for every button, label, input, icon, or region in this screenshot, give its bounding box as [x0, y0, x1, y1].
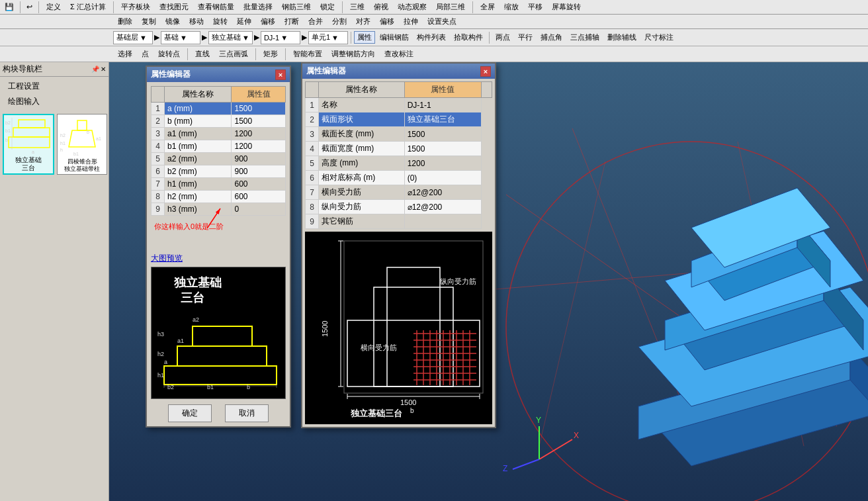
toolbar-btn-attr[interactable]: 属性 [354, 31, 375, 44]
attr-dialog-close[interactable]: × [480, 66, 491, 77]
sidebar-card-2[interactable]: h2 h1 h b1 b a1 四棱锥合形独立基础带柱 [57, 114, 107, 175]
toolbar-btn-top[interactable]: 俯视 [370, 1, 392, 13]
toolbar-btn-mirror[interactable]: 镜像 [162, 15, 183, 28]
toolbar-btn-point[interactable]: 点 [138, 48, 152, 60]
toolbar-btn-grip[interactable]: 设置夹点 [424, 15, 460, 28]
toolbar-btn-flat[interactable]: 平齐板块 [118, 1, 153, 13]
toolbar-icon-undo[interactable]: ↩ [24, 2, 34, 12]
toolbar-btn-component-list[interactable]: 构件列表 [413, 31, 449, 44]
toolbar-btn-two-pt[interactable]: 两点 [492, 31, 513, 44]
dropdown-type[interactable]: 基础▼ [161, 31, 200, 44]
toolbar-btn-check-dim[interactable]: 查改标注 [381, 48, 417, 60]
main-table-row[interactable]: 2 b (mm) 1500 [152, 115, 286, 128]
attr-row-value[interactable] [404, 214, 481, 229]
main-dialog-close[interactable]: × [275, 69, 286, 80]
row-value[interactable]: 0 [232, 203, 286, 216]
toolbar-btn-lock[interactable]: 锁定 [317, 1, 338, 13]
row-value[interactable]: 1500 [232, 103, 286, 115]
toolbar-btn-rebar[interactable]: 查看钢筋量 [195, 1, 238, 13]
attr-table-row[interactable]: 7 横向受力筋 ⌀12@200 [306, 185, 492, 200]
sidebar-nav-draw[interactable]: 绘图输入 [3, 95, 106, 109]
sidebar-close-icon[interactable]: ✕ [101, 66, 106, 73]
toolbar-btn-break[interactable]: 打断 [281, 15, 302, 28]
sidebar-nav-project[interactable]: 工程设置 [3, 79, 106, 93]
dropdown-id[interactable]: DJ-1▼ [261, 31, 300, 44]
toolbar-btn-dynamic[interactable]: 动态观察 [394, 1, 430, 13]
toolbar-btn-move[interactable]: 移动 [186, 15, 207, 28]
main-table-row[interactable]: 8 h2 (mm) 600 [152, 191, 286, 203]
toolbar-btn-line[interactable]: 直线 [192, 48, 213, 60]
main-table-row[interactable]: 1 a (mm) 1500 [152, 103, 286, 115]
attr-row-value[interactable]: ⌀12@200 [404, 185, 481, 200]
toolbar-btn-rotate[interactable]: 屏幕旋转 [548, 1, 584, 13]
toolbar-btn-zoom[interactable]: 缩放 [501, 1, 522, 13]
toolbar-btn-parallel[interactable]: 平行 [515, 31, 536, 44]
dropdown-element[interactable]: 独立基础▼ [208, 31, 253, 44]
toolbar-btn-extend[interactable]: 延伸 [234, 15, 255, 28]
toolbar-icon-save[interactable]: 💾 [3, 2, 16, 12]
attr-row-value[interactable]: 1500 [404, 142, 481, 156]
main-table-row[interactable]: 7 h1 (mm) 600 [152, 178, 286, 191]
toolbar-btn-offset2[interactable]: 偏移 [376, 15, 398, 28]
main-table-row[interactable]: 3 a1 (mm) 1200 [152, 128, 286, 140]
attr-table-row[interactable]: 4 截面宽度 (mm) 1500 [306, 142, 492, 156]
attr-row-value[interactable]: (0) [404, 171, 481, 185]
toolbar-btn-rotate-pt[interactable]: 旋转点 [155, 48, 183, 60]
attr-table-row[interactable]: 3 截面长度 (mm) 1500 [306, 127, 492, 142]
toolbar-btn-merge[interactable]: 合并 [305, 15, 326, 28]
cancel-button[interactable]: 取消 [225, 404, 269, 422]
main-table-row[interactable]: 9 h3 (mm) 0 [152, 203, 286, 216]
ok-button[interactable]: 确定 [168, 404, 212, 422]
toolbar-btn-pick[interactable]: 拾取构件 [451, 31, 486, 44]
toolbar-btn-split[interactable]: 分割 [329, 15, 350, 28]
toolbar-btn-select[interactable]: 选择 [114, 48, 136, 60]
sidebar-card-1[interactable]: b2 b1 b a 独立基础三台 [3, 114, 54, 175]
attr-table-row[interactable]: 8 纵向受力筋 ⌀12@200 [306, 200, 492, 214]
main-table-row[interactable]: 4 b1 (mm) 1200 [152, 140, 286, 153]
row-value[interactable]: 600 [232, 191, 286, 203]
dropdown-unit[interactable]: 单元1▼ [308, 31, 348, 44]
attr-table-row[interactable]: 6 相对底标高 (m) (0) [306, 171, 492, 185]
toolbar-btn-delete[interactable]: 删除 [114, 15, 136, 28]
toolbar-btn-rebar3d[interactable]: 钢筋三维 [279, 1, 314, 13]
toolbar-btn-offset[interactable]: 偏移 [257, 15, 279, 28]
attr-row-value[interactable]: DJ-1-1 [404, 98, 481, 113]
row-value[interactable]: 900 [232, 165, 286, 178]
toolbar-btn-del-aux[interactable]: 删除辅线 [604, 31, 640, 44]
toolbar-btn-pan[interactable]: 平移 [525, 1, 546, 13]
toolbar-btn-edit-rebar[interactable]: 编辑钢筋 [376, 31, 412, 44]
toolbar-btn-3pt-axis[interactable]: 三点捕轴 [567, 31, 603, 44]
toolbar-btn-smart[interactable]: 智能布置 [290, 48, 326, 60]
toolbar-btn-batch[interactable]: 批量选择 [240, 1, 276, 13]
attr-row-value[interactable]: 1200 [404, 156, 481, 171]
row-value[interactable]: 1500 [232, 115, 286, 128]
toolbar-btn-sum[interactable]: Σ 汇总计算 [67, 1, 109, 13]
sidebar-pin-icon[interactable]: 📌 [91, 66, 99, 73]
toolbar-btn-3pt-arc[interactable]: 三点画弧 [216, 48, 251, 60]
attr-row-value[interactable]: 1500 [404, 127, 481, 142]
dropdown-floor[interactable]: 基础层▼ [113, 31, 153, 44]
toolbar-btn-define[interactable]: 定义 [43, 1, 64, 13]
row-value[interactable]: 1200 [232, 140, 286, 153]
toolbar-btn-local3d[interactable]: 局部三维 [433, 1, 468, 13]
main-table-row[interactable]: 5 a2 (mm) 900 [152, 153, 286, 165]
attr-table-row[interactable]: 2 截面形状 独立基础三台 [306, 113, 492, 127]
main-table-row[interactable]: 6 b2 (mm) 900 [152, 165, 286, 178]
toolbar-btn-fullscreen[interactable]: 全屏 [477, 1, 498, 13]
attr-table-row[interactable]: 1 名称 DJ-1-1 [306, 98, 492, 113]
toolbar-btn-snap-angle[interactable]: 捕点角 [537, 31, 566, 44]
viewport-3d[interactable]: X Y Z 属性编辑器 × 属性名称 属性值 [109, 62, 868, 501]
row-value[interactable]: 600 [232, 178, 286, 191]
attr-row-value[interactable]: ⌀12@200 [404, 200, 481, 214]
toolbar-btn-dim[interactable]: 尺寸标注 [641, 31, 677, 44]
row-value[interactable]: 900 [232, 153, 286, 165]
attr-table-row[interactable]: 5 高度 (mm) 1200 [306, 156, 492, 171]
toolbar-btn-align[interactable]: 对齐 [353, 15, 374, 28]
toolbar-btn-rect[interactable]: 矩形 [260, 48, 281, 60]
toolbar-btn-3d[interactable]: 三维 [347, 1, 368, 13]
toolbar-btn-adjust-rebar[interactable]: 调整钢筋方向 [328, 48, 378, 60]
toolbar-btn-stretch[interactable]: 拉伸 [400, 15, 421, 28]
attr-table-row[interactable]: 9 其它钢筋 [306, 214, 492, 229]
toolbar-btn-copy[interactable]: 复制 [138, 15, 159, 28]
row-value[interactable]: 1200 [232, 128, 286, 140]
